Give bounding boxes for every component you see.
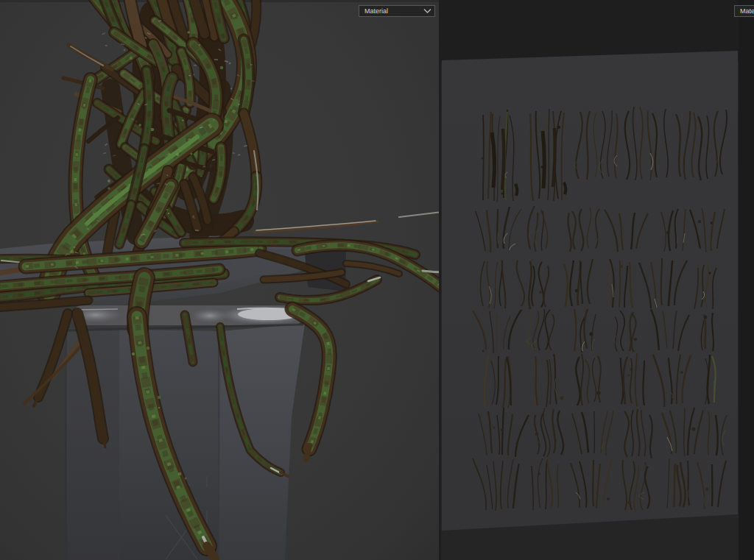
svg-text:Material: Material bbox=[364, 7, 388, 15]
svg-text:Material: Material bbox=[740, 7, 754, 15]
